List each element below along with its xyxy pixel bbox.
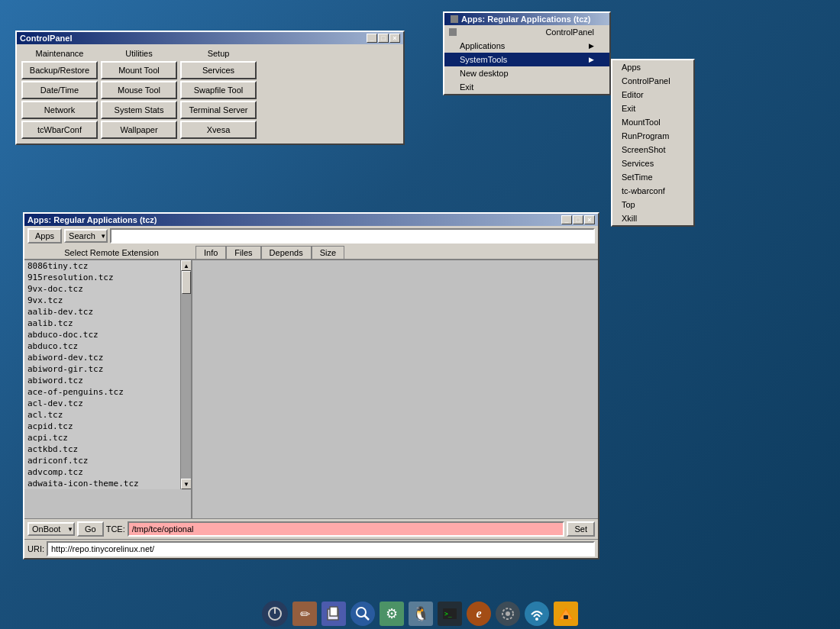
menu-item-applications[interactable]: Applications ▶: [444, 39, 609, 53]
scrollbar-up[interactable]: ▲: [181, 260, 191, 271]
tab-depends[interactable]: Depends: [261, 246, 312, 259]
submenu-item-editor[interactable]: Editor: [612, 88, 693, 102]
list-item[interactable]: 9vx-doc.tcz: [24, 283, 191, 295]
settings-icon[interactable]: [496, 602, 520, 626]
menu-title-icon: [451, 15, 458, 23]
list-scroll[interactable]: 8086tiny.tcz 915resolution.tcz 9vx-doc.t…: [24, 260, 191, 489]
menu-item-applications-label: Applications: [460, 41, 505, 50]
list-item[interactable]: abduco-doc.tcz: [24, 329, 191, 340]
list-item[interactable]: ace-of-penguins.tcz: [24, 386, 191, 398]
apps-close-btn[interactable]: ×: [584, 215, 595, 224]
wifi-icon[interactable]: [525, 602, 549, 626]
list-item[interactable]: aalib.tcz: [24, 318, 191, 329]
detail-pane: [192, 260, 598, 518]
swapfile-tool-btn[interactable]: Swapfile Tool: [180, 81, 257, 99]
list-item[interactable]: abiword-gir.tcz: [24, 363, 191, 375]
menu-item-systemtools[interactable]: SystemTools ▶: [444, 53, 609, 66]
maximize-btn[interactable]: □: [378, 34, 389, 43]
services-btn[interactable]: Services: [180, 61, 257, 79]
terminal-server-btn[interactable]: Terminal Server: [180, 101, 257, 119]
submenu-item-top[interactable]: Top: [612, 198, 693, 211]
submenu-item-services[interactable]: Services: [612, 156, 693, 170]
apps-minimize-btn[interactable]: _: [561, 215, 572, 224]
close-btn[interactable]: ×: [389, 34, 400, 43]
tab-files[interactable]: Files: [226, 246, 260, 259]
list-item[interactable]: 8086tiny.tcz: [24, 260, 191, 272]
go-button[interactable]: Go: [77, 521, 104, 537]
submenu-item-tc-wbarconf[interactable]: tc-wbarconf: [612, 184, 693, 198]
apps-maximize-btn[interactable]: □: [573, 215, 583, 224]
list-item[interactable]: aalib-dev.tcz: [24, 306, 191, 318]
list-item[interactable]: acpi.tcz: [24, 432, 191, 444]
e-icon[interactable]: e: [467, 602, 491, 626]
mount-tool-btn[interactable]: Mount Tool: [101, 61, 177, 79]
submenu-item-apps[interactable]: Apps: [612, 60, 693, 74]
list-item[interactable]: advcomp.tcz: [24, 466, 191, 478]
gear-icon[interactable]: ⚙: [380, 602, 404, 626]
settings-svg: [499, 605, 516, 622]
set-button[interactable]: Set: [567, 521, 595, 537]
menu-item-exit[interactable]: Exit: [444, 80, 609, 94]
magnifier-icon[interactable]: [351, 602, 375, 626]
scrollbar-down[interactable]: ▼: [181, 479, 191, 489]
submenu-item-exit[interactable]: Exit: [612, 102, 693, 115]
uri-label: URI:: [27, 544, 44, 553]
submenu-item-screenshot[interactable]: ScreenShot: [612, 143, 693, 156]
search-select[interactable]: Search: [64, 229, 108, 243]
list-item[interactable]: abduco.tcz: [24, 340, 191, 352]
list-scrollbar[interactable]: ▲ ▼: [180, 260, 191, 489]
tab-size[interactable]: Size: [312, 246, 344, 259]
tce-label: TCE:: [106, 524, 125, 534]
svg-text:>_: >_: [444, 611, 452, 618]
onboot-wrapper: OnBoot ▼: [27, 522, 75, 536]
uri-row: URI:: [24, 539, 598, 558]
system-stats-btn[interactable]: System Stats: [101, 101, 177, 119]
power-icon[interactable]: [262, 601, 288, 627]
onboot-select[interactable]: OnBoot: [27, 522, 75, 536]
datetime-btn[interactable]: Date/Time: [21, 81, 98, 99]
menu-item-newdesktop[interactable]: New desktop: [444, 66, 609, 80]
tux-icon[interactable]: 🐧: [409, 602, 433, 626]
maintenance-header: Maintenance: [21, 49, 98, 58]
submenu-item-settime[interactable]: SetTime: [612, 170, 693, 184]
list-item[interactable]: actkbd.tcz: [24, 444, 191, 455]
submenu-item-controlpanel[interactable]: ControlPanel: [612, 74, 693, 88]
vlc-icon[interactable]: [554, 602, 578, 626]
search-input[interactable]: [110, 228, 595, 244]
submenu-item-runprogram[interactable]: RunProgram: [612, 129, 693, 143]
list-item[interactable]: adriconf.tcz: [24, 455, 191, 466]
maintenance-column: Maintenance Backup/Restore Date/Time Net…: [21, 49, 98, 139]
network-btn[interactable]: Network: [21, 101, 98, 119]
list-item[interactable]: abiword.tcz: [24, 375, 191, 386]
xvesa-btn[interactable]: Xvesa: [180, 121, 257, 139]
tcwbarconf-btn[interactable]: tcWbarConf: [21, 121, 98, 139]
controlpanel-title: ControlPanel: [20, 34, 72, 43]
menu-item-controlpanel[interactable]: ControlPanel: [444, 25, 609, 39]
list-item[interactable]: 9vx.tcz: [24, 295, 191, 306]
scrollbar-thumb[interactable]: [182, 271, 191, 294]
uri-input[interactable]: [47, 541, 595, 556]
list-item[interactable]: acpid.tcz: [24, 421, 191, 432]
terminal-svg: >_: [441, 605, 458, 622]
svg-rect-3: [330, 607, 338, 616]
list-item[interactable]: abiword-dev.tcz: [24, 352, 191, 363]
list-item[interactable]: acl.tcz: [24, 409, 191, 421]
wallpaper-btn[interactable]: Wallpaper: [101, 121, 177, 139]
submenu-item-xkill[interactable]: Xkill: [612, 211, 693, 225]
apps-button[interactable]: Apps: [27, 228, 62, 244]
backup-restore-btn[interactable]: Backup/Restore: [21, 61, 98, 79]
list-item[interactable]: adwaita-icon-theme.tcz: [24, 478, 191, 489]
context-menu-title: Apps: Regular Applications (tcz): [444, 13, 609, 25]
list-item[interactable]: 915resolution.tcz: [24, 272, 191, 283]
mouse-tool-btn[interactable]: Mouse Tool: [101, 81, 177, 99]
terminal-icon[interactable]: >_: [438, 602, 462, 626]
submenu-item-mounttool[interactable]: MountTool: [612, 115, 693, 129]
minimize-btn[interactable]: _: [367, 34, 377, 43]
tab-info[interactable]: Info: [195, 246, 226, 259]
utilities-column: Utilities Mount Tool Mouse Tool System S…: [101, 49, 177, 139]
files-icon[interactable]: [321, 602, 346, 626]
pencil-icon[interactable]: ✏: [292, 602, 317, 626]
tce-input[interactable]: [128, 521, 565, 537]
list-item[interactable]: acl-dev.tcz: [24, 398, 191, 409]
menu-item-exit-label: Exit: [460, 82, 473, 92]
